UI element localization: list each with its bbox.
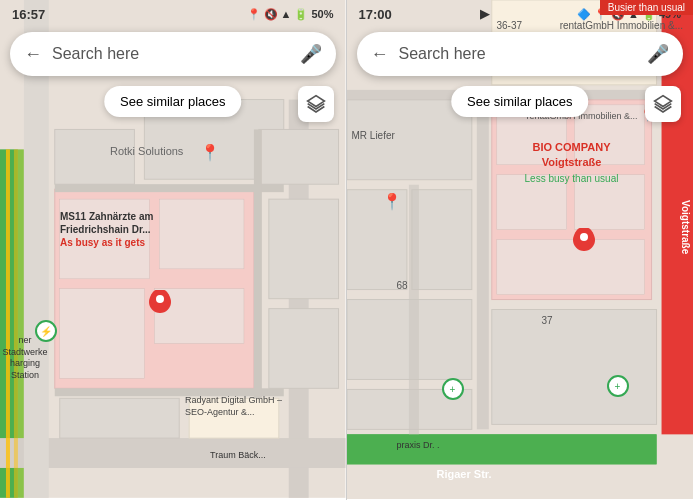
stadtwerke-label: ner Stadtwerke harging Station	[0, 335, 50, 382]
svg-rect-18	[55, 184, 284, 192]
svg-rect-40	[411, 190, 471, 290]
battery-icon: 🔋	[294, 8, 308, 21]
signal-icon: ▲	[281, 8, 292, 20]
right-similar-places-button[interactable]: See similar places	[451, 86, 589, 117]
right-search-text[interactable]: Search here	[399, 45, 648, 63]
num-37: 37	[542, 315, 553, 326]
svg-rect-15	[60, 398, 179, 438]
mr-liefer-icon: 📍	[382, 192, 402, 211]
svg-rect-20	[254, 129, 262, 398]
mr-liefer-label: MR Liefer	[352, 130, 395, 141]
right-panel: Busier than usual 17:00 ▶ 🔷 📍 🔇 ▲ 🔋 49% …	[347, 0, 694, 500]
svg-rect-4	[0, 438, 345, 468]
left-back-arrow[interactable]: ←	[24, 44, 42, 65]
right-map-pin	[572, 228, 596, 264]
right-layers-button[interactable]	[645, 86, 681, 122]
praxis-label: praxis Dr. .	[397, 440, 440, 450]
traum-label: Traum Bäck...	[210, 450, 266, 460]
svg-point-48	[580, 233, 588, 241]
right-back-arrow[interactable]: ←	[371, 44, 389, 65]
rigaer-label: Rigaer Str.	[437, 468, 492, 480]
svg-rect-21	[6, 149, 10, 497]
num-68: 68	[397, 280, 408, 291]
svg-rect-12	[259, 129, 339, 184]
right-time: 17:00	[359, 7, 392, 22]
svg-rect-14	[269, 309, 339, 389]
bio-company-label: BIO COMPANY Voigtstraße Less busy than u…	[507, 140, 637, 186]
ms11-status: As busy as it gets	[60, 237, 145, 248]
right-mic-icon[interactable]: 🎤	[647, 43, 669, 65]
ms11-label: MS11 Zahnärzte am Friedrichshain Dr... A…	[60, 210, 180, 249]
left-search-bar[interactable]: ← Search here 🎤	[10, 32, 336, 76]
location-icon: 📍	[247, 8, 261, 21]
left-search-text[interactable]: Search here	[52, 45, 300, 63]
left-panel: 16:57 📍 🔇 ▲ 🔋 50% ← Search here 🎤 See si…	[0, 0, 347, 500]
left-layers-button[interactable]	[298, 86, 334, 122]
bluetooth-icon: 🔷	[577, 8, 591, 21]
rotki-place-icon: 📍	[200, 143, 220, 162]
svg-rect-43	[491, 310, 656, 425]
svg-rect-13	[269, 199, 339, 299]
right-search-bar[interactable]: ← Search here 🎤	[357, 32, 684, 76]
left-time: 16:57	[12, 7, 45, 22]
left-status-bar: 16:57 📍 🔇 ▲ 🔋 50%	[0, 0, 346, 28]
left-similar-places-button[interactable]: See similar places	[104, 86, 242, 117]
left-map-pin	[148, 290, 172, 326]
mute-icon: 🔇	[264, 8, 278, 21]
svg-rect-45	[408, 185, 418, 435]
right-green-indicator-1: +	[607, 375, 629, 397]
left-status-icons: 📍 🔇 ▲ 🔋 50%	[247, 8, 334, 21]
svg-rect-36	[496, 240, 644, 295]
rotki-label: Rotki Solutions	[110, 145, 183, 157]
left-green-indicator: ⚡	[35, 320, 57, 342]
right-green-indicator-2: +	[442, 378, 464, 400]
svg-rect-8	[60, 289, 145, 379]
radyant-label: Radyant Digital GmbH – SEO-Agentur &...	[185, 395, 285, 418]
svg-point-25	[156, 295, 164, 303]
play-icon: ▶	[480, 7, 489, 21]
battery-percent: 50%	[311, 8, 333, 20]
bio-company-status: Less busy than usual	[525, 173, 619, 184]
svg-rect-30	[476, 90, 488, 430]
notification-banner: Busier than usual	[600, 0, 693, 15]
voigt-label: Voigtstraße	[680, 200, 691, 254]
svg-rect-22	[14, 149, 18, 497]
svg-rect-44	[347, 434, 657, 464]
left-mic-icon[interactable]: 🎤	[300, 43, 322, 65]
